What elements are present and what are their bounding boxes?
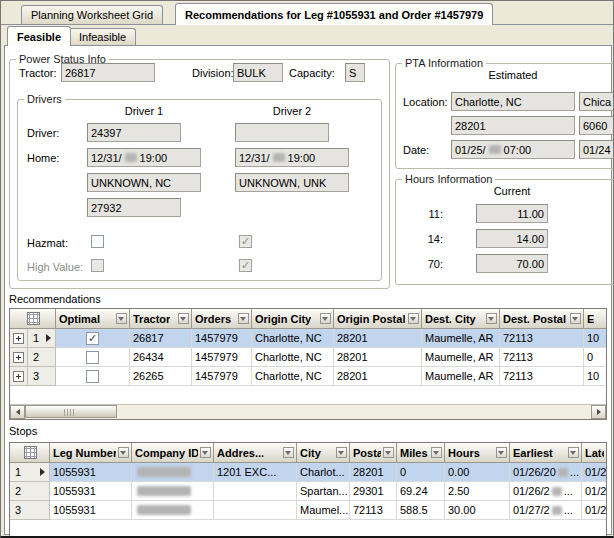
filter-icon[interactable] — [118, 447, 129, 458]
column-header-miles[interactable]: Miles — [397, 443, 445, 463]
cell-tractor[interactable]: 26817 — [130, 329, 192, 348]
hazmat-driver1-checkbox[interactable] — [91, 235, 104, 248]
expand-button[interactable] — [10, 348, 28, 367]
filter-icon[interactable] — [238, 313, 249, 324]
row-number-cell[interactable]: 1 — [28, 329, 56, 348]
driver1-home-city-field[interactable]: UNKNOWN, NC — [87, 173, 201, 192]
optimal-checkbox[interactable] — [86, 332, 99, 345]
column-header-dest-postal[interactable]: Dest. Postal — [500, 309, 584, 329]
cell-city[interactable]: Spartan... — [297, 482, 350, 501]
cell-origin-postal[interactable]: 28201 — [334, 367, 422, 386]
cell-dest-city[interactable]: Maumelle, AR — [422, 329, 500, 348]
pta-date1-field[interactable]: 01/25/07:00 — [451, 140, 575, 159]
cell-dest-city[interactable]: Maumelle, AR — [422, 367, 500, 386]
hours-70-field[interactable]: 70.00 — [476, 254, 548, 273]
cell-latest[interactable]: 01/2 — [582, 482, 606, 501]
filter-icon[interactable] — [431, 447, 442, 458]
scroll-right-button[interactable] — [591, 405, 606, 419]
cell-extra[interactable]: 10 — [584, 329, 606, 348]
column-header-orders[interactable]: Orders — [192, 309, 252, 329]
column-header-latest[interactable]: Late... — [582, 443, 606, 463]
cell-address[interactable]: 1201 EXC... — [214, 463, 297, 482]
cell-extra[interactable]: 0 — [584, 348, 606, 367]
expand-button[interactable] — [10, 329, 28, 348]
division-field[interactable]: BULK — [233, 63, 283, 82]
column-header-tractor[interactable]: Tractor — [130, 309, 192, 329]
filter-icon[interactable] — [178, 313, 189, 324]
cell-postal[interactable]: 29301 — [350, 482, 397, 501]
cell-city[interactable]: Charlot... — [297, 463, 350, 482]
cell-latest[interactable]: 01/2... — [582, 501, 606, 520]
driver1-id-field[interactable]: 24397 — [87, 123, 181, 142]
field-chooser-button[interactable] — [10, 309, 56, 329]
column-header-leg-number[interactable]: Leg Number — [50, 443, 132, 463]
cell-earliest[interactable]: 01/27/2... — [510, 501, 582, 520]
filter-icon[interactable] — [486, 313, 497, 324]
pta-postal2-field[interactable]: 6060 — [579, 116, 614, 135]
column-header-origin-postal[interactable]: Origin Postal — [334, 309, 422, 329]
column-header-e[interactable]: E — [584, 309, 606, 329]
filter-icon[interactable] — [320, 313, 331, 324]
stop-row[interactable]: 3 1055931 Maumel... 72113 588.5 30.00 01… — [10, 501, 606, 520]
column-header-address[interactable]: Addres... — [214, 443, 297, 463]
tab-infeasible[interactable]: Infeasible — [69, 28, 136, 45]
cell-hours[interactable]: 30.00 — [445, 501, 510, 520]
column-header-city[interactable]: City — [297, 443, 350, 463]
tab-planning-worksheet-grid[interactable]: Planning Worksheet Grid — [21, 5, 163, 24]
cell-dest-city[interactable]: Maumelle, AR — [422, 348, 500, 367]
driver2-id-field[interactable] — [235, 123, 329, 142]
cell-postal[interactable]: 28201 — [350, 463, 397, 482]
cell-origin-postal[interactable]: 28201 — [334, 329, 422, 348]
filter-icon[interactable] — [568, 447, 579, 458]
cell-hours[interactable]: 2.50 — [445, 482, 510, 501]
driver1-home-postal-field[interactable]: 27932 — [87, 198, 181, 217]
cell-latest[interactable]: 01/2... — [582, 463, 606, 482]
scrollbar-thumb[interactable] — [25, 405, 117, 418]
expand-button[interactable] — [10, 367, 28, 386]
filter-icon[interactable] — [570, 313, 581, 324]
filter-icon[interactable] — [383, 447, 394, 458]
cell-orders[interactable]: 1457979 — [192, 329, 252, 348]
capacity-field[interactable]: S — [345, 63, 365, 82]
tab-feasible[interactable]: Feasible — [7, 26, 71, 46]
filter-icon[interactable] — [496, 447, 507, 458]
row-number-cell[interactable]: 2 — [10, 482, 50, 501]
cell-optimal[interactable] — [56, 329, 130, 348]
high-value-driver1-checkbox[interactable] — [91, 259, 104, 272]
cell-postal[interactable]: 72113 — [350, 501, 397, 520]
cell-tractor[interactable]: 26434 — [130, 348, 192, 367]
cell-address[interactable] — [214, 501, 297, 520]
scroll-left-button[interactable] — [10, 405, 25, 419]
tab-recommendations[interactable]: Recommendations for Leg #1055931 and Ord… — [175, 3, 493, 25]
cell-origin-city[interactable]: Charlotte, NC — [252, 329, 334, 348]
column-header-dest-city[interactable]: Dest. City — [422, 309, 500, 329]
filter-icon[interactable] — [408, 313, 419, 324]
cell-origin-postal[interactable]: 28201 — [334, 348, 422, 367]
column-header-origin-city[interactable]: Origin City — [252, 309, 334, 329]
cell-orders[interactable]: 1457979 — [192, 367, 252, 386]
column-header-postal[interactable]: Postal — [350, 443, 397, 463]
row-number-cell[interactable]: 2 — [28, 348, 56, 367]
driver2-home-date-field[interactable]: 12/31/19:00 — [235, 148, 349, 167]
horizontal-scrollbar[interactable] — [10, 404, 606, 419]
row-number-cell[interactable]: 3 — [28, 367, 56, 386]
pta-location2-field[interactable]: Chica — [579, 92, 614, 111]
stop-row[interactable]: 2 1055931 Spartan... 29301 69.24 2.50 01… — [10, 482, 606, 501]
pta-postal1-field[interactable]: 28201 — [451, 116, 575, 135]
optimal-checkbox[interactable] — [86, 370, 99, 383]
tractor-field[interactable]: 26817 — [61, 63, 155, 82]
cell-miles[interactable]: 588.5 — [397, 501, 445, 520]
optimal-checkbox[interactable] — [86, 351, 99, 364]
cell-origin-city[interactable]: Charlotte, NC — [252, 348, 334, 367]
cell-miles[interactable]: 69.24 — [397, 482, 445, 501]
pta-date2-field[interactable]: 01/24 — [579, 140, 614, 159]
cell-orders[interactable]: 1457979 — [192, 348, 252, 367]
column-header-hours[interactable]: Hours — [445, 443, 510, 463]
recommendation-row[interactable]: 3 26265 1457979 Charlotte, NC 28201 Maum… — [10, 367, 606, 386]
hours-14-field[interactable]: 14.00 — [476, 229, 548, 248]
column-header-company-id[interactable]: Company ID — [132, 443, 214, 463]
cell-earliest[interactable]: 01/26/20... — [510, 463, 582, 482]
row-number-cell[interactable]: 3 — [10, 501, 50, 520]
pta-location1-field[interactable]: Charlotte, NC — [451, 92, 575, 111]
driver1-home-date-field[interactable]: 12/31/19:00 — [87, 148, 201, 167]
